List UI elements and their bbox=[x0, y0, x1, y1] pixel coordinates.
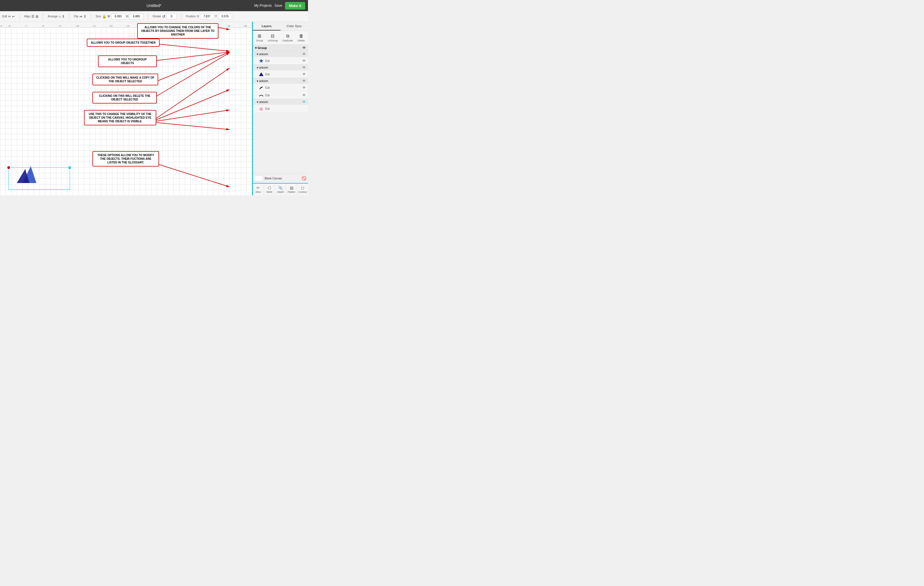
layer-unicorn-4-header[interactable]: ▾ unicorn 👁 bbox=[253, 99, 308, 105]
toolbar-edit: Edit ✂ ↩ bbox=[2, 15, 15, 18]
panel-tabs: Layers Color Sync bbox=[253, 22, 308, 31]
layer-unicorn-1-header[interactable]: ▾ unicorn 👁 bbox=[253, 51, 308, 57]
ruler-mark: 11 bbox=[92, 25, 109, 27]
rotate-icon[interactable]: ↺ bbox=[162, 14, 165, 19]
group-header[interactable]: ▾ Group 👁 bbox=[253, 45, 308, 51]
edit-label: Edit bbox=[2, 15, 7, 18]
width-label: W bbox=[107, 15, 110, 18]
divider1 bbox=[19, 13, 20, 20]
handle-rotate[interactable]: ↺ bbox=[68, 166, 72, 170]
position-label: Position bbox=[186, 15, 196, 18]
ungroup-label: UnGroup bbox=[268, 39, 278, 42]
unicorn-2-eye[interactable]: 👁 bbox=[302, 66, 306, 69]
cut-2-eye[interactable]: 👁 bbox=[302, 72, 306, 76]
unicorn-1-label: ▾ unicorn bbox=[257, 53, 268, 56]
flatten-icon: ▤ bbox=[290, 186, 294, 190]
layer-item-unicorn-3-cut-wing[interactable]: Cut 👁 bbox=[253, 84, 308, 91]
tab-layers[interactable]: Layers bbox=[253, 22, 280, 31]
canvas-eye-icon[interactable]: 🚫 bbox=[302, 176, 306, 181]
cut-label-4: Cut bbox=[265, 107, 270, 110]
cut-3b-eye[interactable]: 👁 bbox=[302, 93, 306, 97]
height-input[interactable] bbox=[129, 13, 144, 20]
main-area: 5 6 7 8 9 10 11 12 13 14 15 16 17 18 19 … bbox=[0, 22, 308, 195]
y-label: Y bbox=[215, 15, 217, 18]
cut-label-1: Cut bbox=[265, 59, 270, 63]
divider4 bbox=[91, 13, 91, 20]
delete-button[interactable]: 🗑 Delete bbox=[297, 33, 306, 43]
slice-label: Slice bbox=[256, 191, 261, 193]
tab-color-sync[interactable]: Color Sync bbox=[280, 22, 308, 31]
divider5 bbox=[148, 13, 148, 20]
unicorn-3-eye[interactable]: 👁 bbox=[302, 79, 306, 83]
slice-button[interactable]: ✂ Slice bbox=[253, 184, 264, 195]
flip-label: Flip bbox=[74, 15, 78, 18]
unicorn-4-eye[interactable]: 👁 bbox=[302, 100, 306, 104]
annotation-delete: CLICKING ON THIS WILL DELETE THE OBJECT … bbox=[92, 92, 157, 104]
my-projects-link[interactable]: My Projects bbox=[254, 3, 272, 8]
y-input[interactable] bbox=[218, 13, 232, 20]
layer-item-unicorn-3-cut-curve[interactable]: Cut 👁 bbox=[253, 91, 308, 99]
weld-label: Weld bbox=[267, 191, 272, 193]
svg-marker-13 bbox=[259, 59, 264, 63]
divider6 bbox=[181, 13, 182, 20]
flip-icon[interactable]: ⇔ bbox=[79, 15, 82, 18]
cut-3a-eye[interactable]: 👁 bbox=[302, 86, 306, 90]
layer-item-unicorn-1-cut[interactable]: Cut 👁 bbox=[253, 57, 308, 64]
toolbar-rotate: Rotate ↺ bbox=[153, 13, 177, 20]
layer-unicorn-2-header[interactable]: ▾ unicorn 👁 bbox=[253, 64, 308, 70]
group-button[interactable]: ⊞ Group bbox=[255, 32, 264, 43]
duplicate-button[interactable]: ⧉ Duplicate bbox=[281, 33, 294, 43]
handle-delete[interactable] bbox=[7, 166, 11, 170]
layer-thumbnail-4 bbox=[259, 106, 264, 111]
group-eye-icon[interactable]: 👁 bbox=[302, 46, 306, 50]
align-icon[interactable]: ☰ bbox=[31, 15, 35, 18]
width-input[interactable] bbox=[111, 13, 125, 20]
layer-unicorn-3-header[interactable]: ▾ unicorn 👁 bbox=[253, 78, 308, 84]
layer-item-unicorn-4-cut[interactable]: Cut bbox=[253, 105, 308, 112]
make-it-button[interactable]: Make It bbox=[285, 2, 305, 10]
layer-item-unicorn-2-cut[interactable]: Cut 👁 bbox=[253, 70, 308, 78]
top-bar: Untitled* My Projects Save Make It bbox=[0, 0, 308, 11]
ruler-mark: 6 bbox=[8, 25, 25, 27]
group-icon: ⊞ bbox=[257, 33, 261, 39]
contour-label: Contour bbox=[298, 191, 307, 193]
align-icon2[interactable]: ⊞ bbox=[36, 15, 38, 18]
arrange-icon2[interactable]: ⇕ bbox=[62, 15, 65, 18]
canvas-area[interactable]: 5 6 7 8 9 10 11 12 13 14 15 16 17 18 19 … bbox=[0, 22, 252, 195]
cut-1-eye[interactable]: 👁 bbox=[302, 59, 306, 63]
unicorn-1-eye[interactable]: 👁 bbox=[302, 52, 306, 56]
x-input[interactable] bbox=[200, 13, 214, 20]
ruler-mark: 5 bbox=[0, 25, 8, 27]
toolbar-arrange: Arrange ⟐ ⇕ bbox=[48, 15, 65, 18]
contour-button[interactable]: ◻ Contour bbox=[297, 184, 308, 195]
edit-icon[interactable]: ✂ bbox=[8, 15, 11, 18]
layer-thumbnail-3b bbox=[259, 92, 264, 98]
flip-icon2[interactable]: ⇕ bbox=[83, 15, 86, 18]
duplicate-label: Duplicate bbox=[282, 39, 293, 42]
duplicate-icon: ⧉ bbox=[286, 34, 289, 39]
toolbar-flip: Flip ⇔ ⇕ bbox=[74, 15, 86, 18]
edit-icon2[interactable]: ↩ bbox=[12, 15, 15, 18]
annotation-color-sync: ALLOWS YOU TO CHANGE THE COLORS OF THE O… bbox=[137, 23, 218, 39]
ungroup-button[interactable]: ⊟ UnGroup bbox=[267, 32, 279, 43]
cut-label-3b: Cut bbox=[265, 94, 270, 97]
group-label: Group bbox=[256, 39, 263, 42]
cut-label-2: Cut bbox=[265, 73, 270, 76]
ruler-mark: 19 bbox=[227, 25, 244, 27]
flatten-button[interactable]: ▤ Flatten bbox=[286, 184, 297, 195]
delete-icon: 🗑 bbox=[299, 34, 304, 39]
save-button[interactable]: Save bbox=[275, 3, 282, 8]
divider3 bbox=[69, 13, 69, 20]
toolbar-position: Position X Y bbox=[186, 13, 232, 20]
right-panel: Layers Color Sync ⊞ Group ⊟ UnGroup ⧉ Du… bbox=[252, 22, 308, 195]
selection-box: ↺ bbox=[8, 167, 70, 190]
ruler-mark: 12 bbox=[109, 25, 126, 27]
ungroup-icon: ⊟ bbox=[271, 33, 274, 39]
cut-label-3a: Cut bbox=[265, 86, 270, 89]
rotate-input[interactable] bbox=[167, 13, 177, 20]
arrange-icon[interactable]: ⟐ bbox=[59, 15, 61, 18]
attach-button[interactable]: 📎 Attach bbox=[275, 184, 286, 195]
ruler-mark: 10 bbox=[76, 25, 92, 27]
weld-button[interactable]: ⬡ Weld bbox=[264, 184, 275, 195]
lock-icon: 🔒 bbox=[102, 15, 106, 18]
